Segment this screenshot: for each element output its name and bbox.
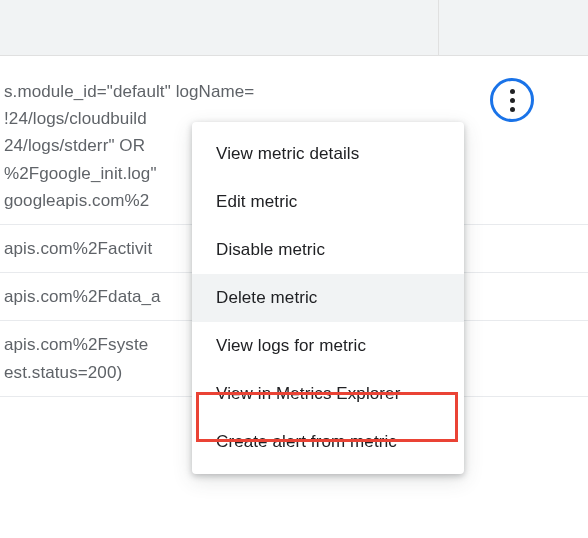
menu-item-metrics-explorer[interactable]: View in Metrics Explorer (192, 370, 464, 418)
menu-item-view-logs[interactable]: View logs for metric (192, 322, 464, 370)
table-header (0, 0, 588, 56)
menu-item-delete[interactable]: Delete metric (192, 274, 464, 322)
menu-item-disable[interactable]: Disable metric (192, 226, 464, 274)
menu-item-edit[interactable]: Edit metric (192, 178, 464, 226)
menu-item-view-details[interactable]: View metric details (192, 130, 464, 178)
menu-item-create-alert[interactable]: Create alert from metric (192, 418, 464, 466)
header-col-filter (0, 0, 438, 55)
more-vert-icon (510, 89, 515, 112)
header-col-actions (438, 0, 588, 55)
actions-menu: View metric details Edit metric Disable … (192, 122, 464, 474)
more-actions-button[interactable] (488, 76, 536, 124)
